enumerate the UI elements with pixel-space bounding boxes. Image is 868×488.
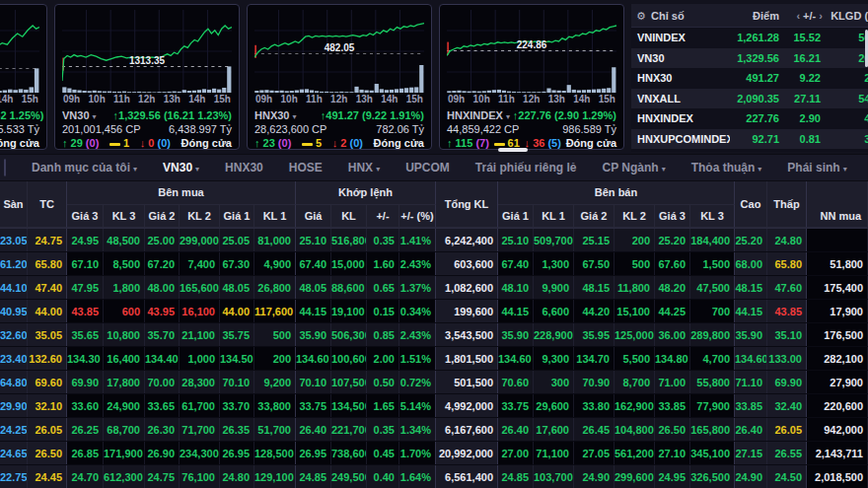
col-header[interactable]: Tổng KL [436,181,498,228]
board-cell: 134.50 [220,347,254,370]
index-name[interactable]: HNX30 [254,109,289,121]
board-cell: 200 [254,347,296,370]
search-input[interactable] [4,159,6,176]
col-header[interactable]: Bên mua [67,181,296,205]
col-header[interactable]: Bên bán [498,181,735,205]
col-header[interactable]: Sàn [0,181,28,228]
board-cell: 6,600 [534,300,574,322]
tab-danh-m-c-c-a-t-i[interactable]: Danh mục của tôi▾ [19,161,150,174]
board-cell: 69.90 [67,371,104,393]
reference-price-label: 482.05 [325,42,355,53]
col-header[interactable]: Khớp lệnh [296,181,436,205]
index-table-header: ⚙ Chỉ số Điểm ‹ +/- › KLGD (Triệu) [631,4,868,28]
board-cell: 176,500 [807,323,868,346]
col-header[interactable]: Giá 3 [67,205,104,229]
board-cell: 289,800 [690,323,735,346]
board-cell: 24.95 [67,229,104,251]
tab-vn30[interactable]: VN30▾ [150,161,212,174]
gear-icon[interactable]: ⚙ [631,4,651,28]
index-row[interactable]: HNXINDEX227.762.9044.859 [631,108,868,129]
index-row[interactable]: VNINDEX1,261.2815.52566.908 [631,28,868,48]
col-header[interactable]: Giá 1 [498,205,534,229]
tab-upcom[interactable]: UPCOM [393,161,463,174]
col-header-chiso[interactable]: Chỉ số [651,4,730,28]
board-cell: 24.85 [498,465,534,488]
index-row-value: 566.908 [825,28,868,48]
col-header[interactable]: KL 1 [534,205,574,229]
chart-x-axis: 09h10h11h12h13h14h15h [0,93,39,107]
index-row-value: 491.27 [730,68,783,89]
board-cell: 44.15 [735,300,767,322]
index-summary-table: ⚙ Chỉ số Điểm ‹ +/- › KLGD (Triệu) VNIND… [631,4,868,152]
board-cell: 9,200 [254,371,296,393]
index-row[interactable]: HNXUPCOMINDEX92.710.8139.301 [631,129,868,150]
board-cell: 100,600 [331,347,367,370]
index-row[interactable]: VNXALL2,090.3527.11548.605 [631,89,868,109]
board-cell: 3,543,500 [436,323,498,346]
tab-ph-i-sinh[interactable]: Phái sinh▾ [774,161,859,174]
stock-row[interactable]: 32.6035.0535.6510,80035.7021,10035.75500… [0,323,868,347]
col-header[interactable]: +/- [367,205,399,229]
stock-row[interactable]: 61.2065.8067.108,50067.207,40067.304,900… [0,252,868,276]
x-tick: 14h [188,94,205,107]
stock-row[interactable]: 24.2526.0526.2568,70026.3071,70026.3551,… [0,418,868,442]
col-header[interactable]: Giá 2 [574,205,615,229]
col-header[interactable]: Giá 1 [220,205,254,229]
col-header[interactable]: KL 3 [104,205,145,229]
col-header-change[interactable]: ‹ +/- › [783,4,825,28]
col-header-diem[interactable]: Điểm [730,4,783,28]
index-name[interactable]: VN30 [62,109,90,121]
stock-row[interactable]: 40.9544.0043.8560043.9516,10044.00117,60… [0,300,868,323]
col-header[interactable]: KL 1 [254,205,296,229]
col-header[interactable]: TC [28,181,67,228]
tab-hnx30[interactable]: HNX30 [212,161,276,174]
col-header[interactable]: +/- (%) [399,205,436,229]
index-row[interactable]: HNX30491.279.2228.624 [631,68,868,89]
stock-row[interactable]: 22.7524.4524.70612,30024.7576,10024.8012… [0,465,868,488]
board-cell: 35.95 [574,323,615,346]
stock-row[interactable]: 29.9032.1033.6024,90033.6561,70033.7033,… [0,394,868,418]
col-header[interactable]: KL 2 [615,205,655,229]
session-status: Đóng cửa [0,137,39,149]
index-row[interactable]: VN301,329.5616.21201.001 [631,48,868,69]
x-tick: 14h [0,94,13,107]
col-header[interactable]: Giá [296,205,331,229]
next-column-icon[interactable]: › [819,10,823,22]
board-cell: 171,900 [104,442,145,464]
tab--[interactable]: ··· [860,161,868,174]
stock-row[interactable]: 44.1047.4047.951,80048.00165,60048.0526,… [0,276,868,300]
board-cell: 26.40 [498,418,534,441]
col-header-klgd[interactable]: KLGD (Triệu) [825,4,868,28]
session-status: Đóng cửa [181,137,232,149]
x-tick: 15h [406,94,423,107]
col-header[interactable]: KL 3 [690,205,735,229]
stock-row[interactable]: 23.0524.7524.9548,50025.00299,00025.0581… [0,229,868,252]
tab-cp-ng-nh[interactable]: CP Ngành▾ [590,161,679,174]
index-name[interactable]: HNXINDEX [447,109,503,121]
stock-row[interactable]: 24.6526.5026.85171,90026.90234,30026.951… [0,442,868,465]
col-header[interactable]: Giá 3 [655,205,690,229]
stock-row[interactable]: 23.40132.60134.3016,400134.401,000134.50… [0,347,868,371]
unchanged-count: 61 [508,137,520,149]
stock-row[interactable]: 64.8069.6069.9017,80070.0028,30070.109,2… [0,371,868,394]
col-header[interactable]: Thấp [767,181,807,228]
board-cell: 500 [254,323,296,346]
col-header[interactable]: KL 2 [180,205,220,229]
tab-tr-i-phi-u-ri-ng-l-[interactable]: Trái phiếu riêng lẻ [463,161,590,174]
x-tick: 13h [548,94,565,107]
panels-scrollbar-thumb[interactable] [498,148,528,152]
index-volume: 201,001,456 CP [62,123,141,135]
board-cell: 33.65 [145,394,180,417]
tab-hose[interactable]: HOSE [276,161,335,174]
col-header[interactable]: NN mua [807,181,868,228]
tab-th-a-thu-n[interactable]: Thỏa thuận▾ [679,161,775,174]
prev-column-icon[interactable]: ‹ [796,10,800,22]
board-cell: 15,000 [331,252,367,275]
col-header[interactable]: Giá 2 [145,205,180,229]
board-cell: 27.05 [574,442,615,464]
tab-hnx[interactable]: HNX▾ [335,161,393,174]
board-cell: 33.70 [220,394,254,417]
board-cell: 129,100 [254,465,296,488]
col-header[interactable]: KL [331,205,367,229]
col-header[interactable]: Cao [735,181,767,228]
